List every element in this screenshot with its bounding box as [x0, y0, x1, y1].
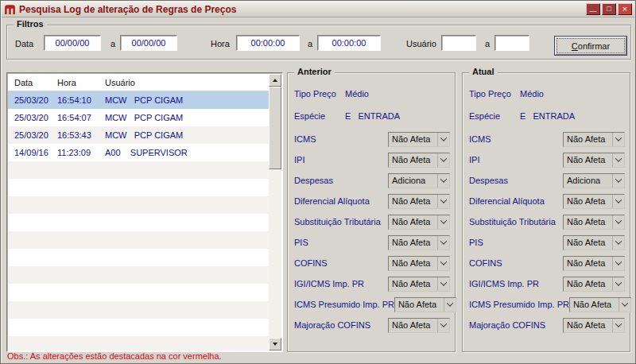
anterior-cofins-dropdown[interactable]: Não Afeta	[388, 256, 450, 271]
observation-note: Obs.: As alterações estão destacadas na …	[7, 351, 222, 361]
anterior-icms-dropdown[interactable]: Não Afeta	[388, 132, 450, 147]
scroll-thumb[interactable]	[269, 87, 281, 169]
cell-hora	[57, 231, 105, 249]
table-row[interactable]: 25/03/20 16:53:43 MCW PCP CIGAM	[8, 126, 269, 144]
anterior-ipi-dropdown[interactable]: Não Afeta	[388, 153, 450, 168]
anterior-pis-dropdown[interactable]: Não Afeta	[388, 235, 450, 250]
field-row: IGI/ICMS Imp. PR Não Afeta	[463, 273, 630, 294]
data-to-input[interactable]	[120, 35, 177, 51]
anterior-igi-icms-imp-pr-dropdown[interactable]: Não Afeta	[388, 277, 450, 292]
anterior-majora-o-cofins-dropdown[interactable]: Não Afeta	[388, 318, 450, 333]
chevron-down-icon	[437, 319, 449, 332]
scrollbar[interactable]	[269, 74, 281, 350]
usuario-to-input[interactable]	[494, 35, 529, 51]
table-row[interactable]: 25/03/20 16:54:07 MCW PCP CIGAM	[8, 109, 269, 126]
field-row: Diferencial Alíquota Não Afeta	[288, 191, 455, 211]
field-row: COFINS Não Afeta	[463, 253, 630, 273]
table-row	[8, 249, 269, 266]
cell-hora	[57, 266, 105, 284]
cell-data	[14, 161, 57, 179]
arrow-up-icon	[273, 79, 277, 82]
minimize-button[interactable]: —	[586, 3, 600, 15]
field-row: IPI Não Afeta	[288, 149, 455, 170]
cell-usuario: A00 SUPERVISOR	[105, 144, 269, 161]
anterior-despesas-dropdown[interactable]: Adiciona	[388, 173, 450, 188]
window-controls: — □ ×	[584, 3, 632, 15]
filters-legend: Filtros	[14, 19, 47, 29]
cell-usuario	[105, 301, 269, 319]
field-row: Diferencial Alíquota Não Afeta	[463, 191, 630, 211]
cell-data: 25/03/20	[14, 126, 57, 144]
atual-cofins-dropdown[interactable]: Não Afeta	[563, 256, 625, 271]
field-label: IGI/ICMS Imp. PR	[294, 279, 388, 288]
tipo-preco-value: Médio	[345, 89, 369, 99]
field-label: ICMS Presumido Imp. PR	[294, 300, 394, 309]
atual-ipi-dropdown[interactable]: Não Afeta	[563, 153, 625, 168]
chevron-down-icon	[612, 153, 624, 167]
cell-usuario: MCW PCP CIGAM	[105, 91, 269, 109]
cell-hora	[57, 214, 105, 231]
field-label: Substituição Tributária	[294, 217, 388, 227]
especie-value: E ENTRADA	[345, 111, 400, 121]
hora-to-input[interactable]	[317, 35, 381, 51]
atual-icms-dropdown[interactable]: Não Afeta	[563, 132, 625, 147]
cell-data	[14, 301, 57, 319]
chevron-down-icon	[437, 174, 449, 188]
data-from-input[interactable]	[44, 35, 101, 51]
cell-usuario	[105, 231, 269, 249]
cell-usuario	[105, 319, 269, 336]
field-label: Despesas	[469, 176, 563, 185]
field-row: Majoração COFINS Não Afeta	[463, 315, 630, 335]
app-icon	[4, 4, 16, 14]
anterior-icms-presumido-imp-pr-dropdown[interactable]: Não Afeta	[394, 297, 456, 312]
usuario-from-input[interactable]	[441, 35, 476, 51]
atual-igi-icms-imp-pr-dropdown[interactable]: Não Afeta	[563, 277, 625, 292]
field-label: IGI/ICMS Imp. PR	[469, 279, 563, 288]
cell-hora	[57, 161, 105, 179]
scroll-up-button[interactable]	[269, 74, 281, 87]
field-label: IPI	[469, 155, 563, 165]
cell-hora: 11:23:09	[57, 144, 105, 161]
cell-usuario	[105, 336, 269, 350]
tipo-preco-value: Médio	[520, 89, 544, 99]
column-header-data: Data	[14, 74, 57, 91]
cell-data	[14, 196, 57, 214]
anterior-substitui-o-tribut-ria-dropdown[interactable]: Não Afeta	[388, 215, 450, 230]
column-header-usuario: Usuário	[105, 74, 269, 91]
anterior-diferencial-al-quota-dropdown[interactable]: Não Afeta	[388, 194, 450, 209]
field-label: Diferencial Alíquota	[294, 196, 388, 206]
table-row[interactable]: 14/09/16 11:23:09 A00 SUPERVISOR	[8, 144, 269, 161]
scroll-down-button[interactable]	[269, 338, 281, 350]
hora-from-input[interactable]	[236, 35, 300, 51]
atual-despesas-dropdown[interactable]: Adiciona	[563, 173, 625, 188]
table-row[interactable]: 25/03/20 16:54:10 MCW PCP CIGAM	[8, 91, 269, 109]
cell-hora	[57, 179, 105, 196]
cell-hora	[57, 249, 105, 266]
cell-data	[14, 336, 57, 350]
cell-data	[14, 214, 57, 231]
field-label: COFINS	[469, 258, 563, 268]
table-row	[8, 301, 269, 319]
confirm-button[interactable]: Confirmar	[554, 36, 627, 56]
atual-icms-presumido-imp-pr-dropdown[interactable]: Não Afeta	[569, 297, 631, 312]
atual-diferencial-al-quota-dropdown[interactable]: Não Afeta	[563, 194, 625, 209]
cell-data: 14/09/16	[14, 144, 57, 161]
chevron-down-icon	[437, 257, 449, 270]
field-row: IPI Não Afeta	[463, 149, 630, 170]
atual-substitui-o-tribut-ria-dropdown[interactable]: Não Afeta	[563, 215, 625, 230]
cell-data: 25/03/20	[14, 91, 57, 109]
cell-usuario	[105, 196, 269, 214]
atual-majora-o-cofins-dropdown[interactable]: Não Afeta	[563, 318, 625, 333]
detail-panels: Anterior Tipo Preço Médio Espécie E ENTR…	[287, 72, 631, 352]
close-button[interactable]: ×	[618, 3, 632, 15]
chevron-down-icon	[437, 215, 449, 229]
maximize-button[interactable]: □	[602, 3, 616, 15]
chevron-down-icon	[612, 319, 624, 332]
filters-group: Filtros Data a Hora a Usuário a Confirma…	[6, 25, 631, 60]
cell-usuario: MCW PCP CIGAM	[105, 126, 269, 144]
field-label: Majoração COFINS	[294, 320, 388, 330]
log-list: Data Hora Usuário 25/03/20 16:54:10 MCW …	[6, 72, 283, 352]
atual-pis-dropdown[interactable]: Não Afeta	[563, 235, 625, 250]
cell-hora: 16:54:07	[57, 109, 105, 126]
field-row: Substituição Tributária Não Afeta	[463, 211, 630, 232]
